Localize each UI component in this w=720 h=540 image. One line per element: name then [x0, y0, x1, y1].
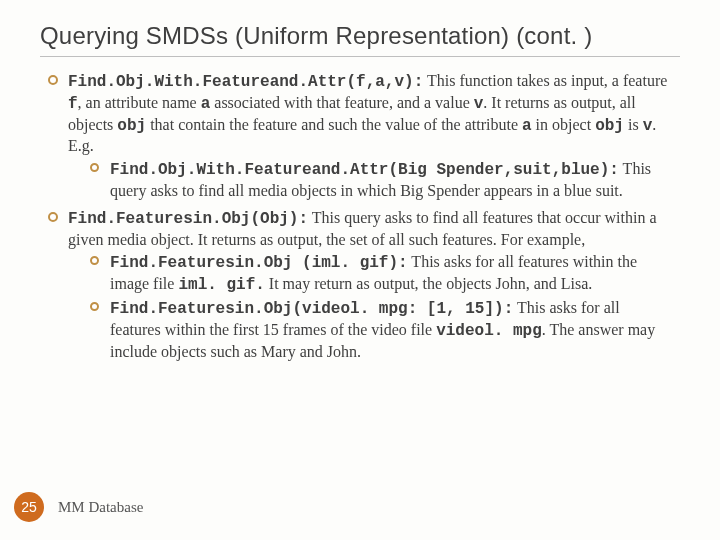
text: , an attribute name [78, 94, 201, 111]
bullet-1: Find.Obj.With.Featureand.Attr(f,a,v): Th… [46, 71, 674, 202]
bullet-2-1: Find.Featuresin.Obj (iml. gif): This ask… [90, 252, 674, 296]
sub-list: Find.Featuresin.Obj (iml. gif): This ask… [68, 252, 674, 362]
code: obj [117, 117, 146, 135]
text: This function takes as input, a feature [423, 72, 667, 89]
code: Find.Featuresin.Obj (iml. gif): [110, 254, 408, 272]
code: Find.Obj.With.Featureand.Attr(f,a,v): [68, 73, 423, 91]
text: is [624, 116, 643, 133]
title-rule [40, 56, 680, 57]
text: It may return as output, the objects Joh… [265, 275, 592, 292]
bullet-2-2: Find.Featuresin.Obj(videol. mpg: [1, 15]… [90, 298, 674, 362]
text: associated with that feature, and a valu… [210, 94, 473, 111]
bullet-list: Find.Obj.With.Featureand.Attr(f,a,v): Th… [40, 71, 680, 362]
bullet-2: Find.Featuresin.Obj(Obj): This query ask… [46, 208, 674, 363]
bullet-1-1: Find.Obj.With.Featureand.Attr(Big Spende… [90, 159, 674, 202]
code: Find.Featuresin.Obj(Obj): [68, 210, 308, 228]
code: a [522, 117, 532, 135]
code: iml. gif. [178, 276, 264, 294]
code: Find.Obj.With.Featureand.Attr(Big Spende… [110, 161, 619, 179]
sub-list: Find.Obj.With.Featureand.Attr(Big Spende… [68, 159, 674, 202]
text: in object [532, 116, 596, 133]
code: v [474, 95, 484, 113]
code: v [643, 117, 653, 135]
code: f [68, 95, 78, 113]
code: videol. mpg [436, 322, 542, 340]
text: that contain the feature and such the va… [146, 116, 522, 133]
page-number-badge: 25 [14, 492, 44, 522]
slide-footer: 25 MM Database [0, 492, 143, 522]
footer-label: MM Database [58, 499, 143, 516]
code: Find.Featuresin.Obj(videol. mpg: [1, 15]… [110, 300, 513, 318]
slide: Querying SMDSs (Uniform Representation) … [0, 0, 720, 540]
code: a [201, 95, 211, 113]
code: obj [595, 117, 624, 135]
slide-title: Querying SMDSs (Uniform Representation) … [40, 22, 680, 50]
